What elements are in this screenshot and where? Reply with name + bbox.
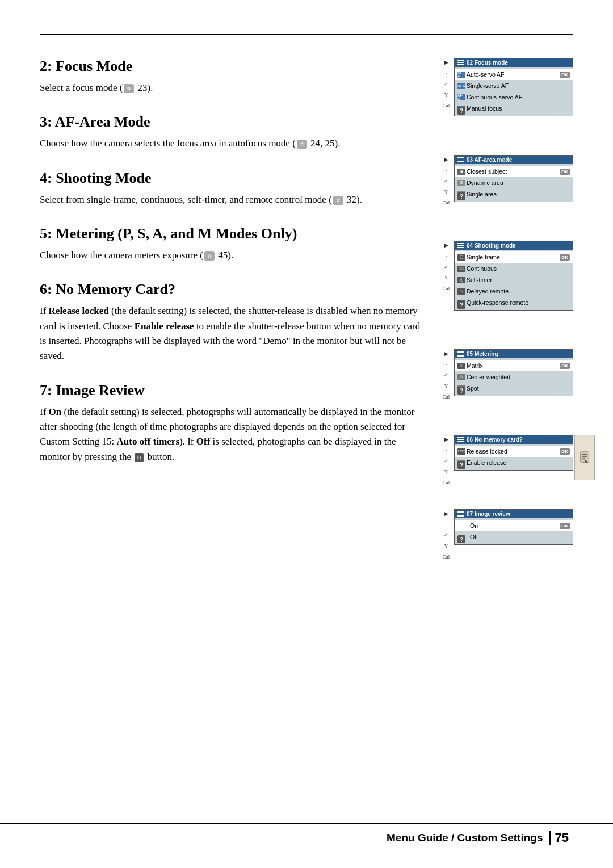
side-icon-y: Y <box>442 187 451 196</box>
side-icon-arrow: ▶ <box>442 58 451 67</box>
side-icon-check: ✓ <box>442 531 451 540</box>
ok-badge: OK <box>560 72 570 78</box>
lcd-row: Bs Delayed remote <box>455 286 573 297</box>
lcd-2-title: 03 AF-area mode <box>467 157 512 163</box>
row-text: Enable release <box>467 459 570 466</box>
row-text: Spot <box>467 385 570 392</box>
lcd-row: ⊞ Dynamic area <box>455 177 573 188</box>
lcd-metering: ▶ · ✓ Y Cal 05 Metering ◎ Matrix <box>454 349 573 408</box>
side-icon-y: Y <box>442 273 451 282</box>
section-4-heading: 4: Shooting Mode <box>40 170 426 187</box>
svg-rect-0 <box>581 452 589 462</box>
lcd-question-mark-4: ? <box>457 387 465 395</box>
ref-icon-4: ☆ <box>204 251 215 261</box>
right-column: ▶ · ✓ Y Cal 02 Focus mode AF-A Auto-serv… <box>443 58 573 567</box>
lcd-screen-2: 03 AF-area mode ▣ Closest subject OK ⊞ D… <box>454 155 573 202</box>
section-4-body: Select from single-frame, continuous, se… <box>40 192 426 207</box>
side-icon-dot: · <box>442 446 451 455</box>
lcd-3-title-bar: 04 Shooting mode <box>455 241 573 250</box>
lcd-4-body: ◎ Matrix OK ⊙ Center-weighted · Spot <box>455 358 573 396</box>
page-container: 2: Focus Mode Select a focus mode (☆ 23)… <box>0 0 613 868</box>
menu-icon-6 <box>457 511 464 517</box>
lcd-row: AF-A Auto-servo AF OK <box>455 69 573 80</box>
side-icon-check: ✓ <box>442 371 451 380</box>
section-3-heading: 3: AF-Area Mode <box>40 114 426 131</box>
lcd-6-title: 07 Image review <box>467 511 510 517</box>
lcd-screen-4: 05 Metering ◎ Matrix OK ⊙ Center-weighte… <box>454 349 573 396</box>
side-icon-check: ✓ <box>442 79 451 89</box>
lcd-1-body: AF-A Auto-servo AF OK AF-S Single-servo … <box>455 67 573 116</box>
monitor-button-icon: ⊡ <box>135 453 144 462</box>
section-6-heading: 6: No Memory Card? <box>40 281 426 298</box>
lcd-5-title-bar: 06 No memory card? <box>455 435 573 444</box>
section-af-area-mode: 3: AF-Area Mode Choose how the camera se… <box>40 114 426 151</box>
row-icon: Bs <box>457 288 465 295</box>
side-icon-dot: · <box>442 251 451 261</box>
bold-release-locked: Release locked <box>49 305 109 316</box>
lcd-3-side-icons: ▶ · ✓ Y Cal <box>442 241 451 293</box>
section-focus-mode: 2: Focus Mode Select a focus mode (☆ 23)… <box>40 58 426 95</box>
side-icon-cal: Cal <box>442 478 451 487</box>
ok-badge: OK <box>560 363 570 369</box>
lcd-row: · Spot <box>455 383 573 394</box>
row-text: Continuous <box>467 265 570 272</box>
side-icon-y: Y <box>442 90 451 99</box>
section-no-memory-card: 6: No Memory Card? If Release locked (th… <box>40 281 426 363</box>
side-icon-arrow: ▶ <box>442 349 451 358</box>
side-icon-cal: Cal <box>442 198 451 207</box>
lcd-2-title-bar: 03 AF-area mode <box>455 156 573 164</box>
menu-icon-4 <box>457 351 464 357</box>
lcd-6-body: On OK Off <box>455 518 573 544</box>
lcd-2-side-icons: ▶ · ✓ Y Cal <box>442 155 451 207</box>
row-icon: LOC <box>457 448 465 455</box>
lcd-row: ⊙ Center-weighted <box>455 371 573 383</box>
side-icon-check: ✓ <box>442 456 451 466</box>
lcd-af-area-mode: ▶ · ✓ Y Cal 03 AF-area mode ▣ Closest su… <box>454 155 573 213</box>
menu-icon-2 <box>457 157 464 163</box>
side-icon-dot: · <box>442 69 451 78</box>
ref-icon: ☆ <box>124 84 134 93</box>
menu-icon-3 <box>457 243 464 249</box>
section-2-body: Select a focus mode (☆ 23). <box>40 81 426 95</box>
pencil-tab-icon <box>579 451 590 464</box>
bold-off: Off <box>196 436 211 447</box>
lcd-question-mark-2: ? <box>457 192 465 200</box>
lcd-1-title: 02 Focus mode <box>467 60 508 66</box>
row-icon: AF-A <box>457 72 465 78</box>
lcd-no-memory-card: ▶ · ✓ Y Cal 06 No memory card? LOC Relea… <box>454 435 573 482</box>
section-2-heading: 2: Focus Mode <box>40 58 426 75</box>
row-text: Release locked <box>467 448 558 455</box>
ref-icon-2: ☆ <box>297 140 307 149</box>
footer-page-number: 75 <box>549 831 573 845</box>
row-icon: □□ <box>457 266 465 272</box>
lcd-row: ◈ Quick-response remote <box>455 297 573 308</box>
ok-badge: OK <box>560 523 570 529</box>
lcd-3-title: 04 Shooting mode <box>467 242 516 249</box>
page-footer: Menu Guide / Custom Settings 75 <box>0 823 613 845</box>
row-text: Single-servo AF <box>467 82 570 89</box>
lcd-row: OK Enable release <box>455 457 573 468</box>
sections-layout: 2: Focus Mode Select a focus mode (☆ 23)… <box>40 58 573 567</box>
ref-icon-3: ☆ <box>333 196 343 205</box>
top-border-line <box>40 34 573 35</box>
ok-badge: OK <box>560 254 570 261</box>
row-text: Closest subject <box>467 168 558 175</box>
lcd-2-body: ▣ Closest subject OK ⊞ Dynamic area ⊡ Si… <box>455 164 573 202</box>
side-icon-cal: Cal <box>442 101 451 110</box>
row-text: Quick-response remote <box>467 299 570 306</box>
side-icon-arrow: ▶ <box>442 241 451 250</box>
row-text: Dynamic area <box>467 179 570 186</box>
bold-auto-off-timers: Auto off timers <box>117 436 179 447</box>
menu-icon-1 <box>457 60 464 66</box>
row-icon: ⊞ <box>457 180 465 186</box>
lcd-5-side-icons: ▶ · ✓ Y Cal <box>442 435 451 487</box>
row-text: Matrix <box>467 362 558 369</box>
lcd-row: LOC Release locked OK <box>455 446 573 457</box>
lcd-6-title-bar: 07 Image review <box>455 510 573 518</box>
lcd-row: ◎ Matrix OK <box>455 360 573 371</box>
lcd-row: ⏱ Self-timer <box>455 274 573 286</box>
side-icon-dot: · <box>442 166 451 175</box>
row-text: Off <box>457 534 570 540</box>
lcd-screen-5: 06 No memory card? LOC Release locked OK… <box>454 435 573 471</box>
ok-badge: OK <box>560 169 570 175</box>
